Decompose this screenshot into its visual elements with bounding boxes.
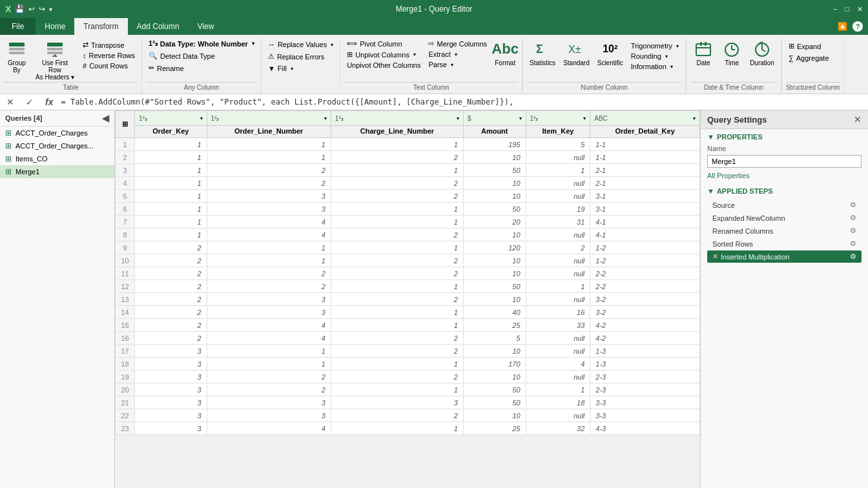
row-number-header[interactable]: ⊞ [116,111,135,138]
minimize-button[interactable]: − [833,5,837,14]
formula-input[interactable] [61,97,865,107]
table-row[interactable]: 412210null2-1 [116,177,700,190]
info-dropdown[interactable]: ▾ [670,64,673,70]
step-expanded-gear[interactable]: ⚙ [850,214,856,222]
duration-button[interactable]: Duration [747,39,777,68]
table-row[interactable]: 2334125324-3 [116,422,700,435]
ribbon-collapse[interactable]: 🔼 [838,22,847,31]
aggregate-button[interactable]: ∑ Aggregate [786,54,832,63]
tab-view[interactable]: View [189,18,223,35]
title-dropdown[interactable]: ▾ [49,6,52,13]
col-header-amount[interactable]: $ ▾ Amount [463,111,526,138]
col-header-charge-line[interactable]: 1²₃ ▾ Charge_Line_Number [331,111,463,138]
time-button[interactable]: Time [719,39,745,68]
reverse-rows-button[interactable]: ↕ Reverse Rows [80,51,138,60]
table-row[interactable]: 513210null3-1 [116,190,700,203]
extract-dropdown[interactable]: ▾ [455,52,457,57]
table-row[interactable]: 1932210null2-3 [116,371,700,383]
step-renamed-gear[interactable]: ⚙ [850,227,856,235]
table-row[interactable]: 714120314-1 [116,216,700,229]
formula-cancel[interactable]: ✕ [3,96,18,108]
data-type-button[interactable]: 1²₃ Data Type: Whole Number ▾ [146,39,257,48]
table-row[interactable]: 1831117041-3 [116,358,700,371]
table-row[interactable]: 1021210null1-2 [116,254,700,267]
scientific-button[interactable]: 10² Scientific [595,39,626,68]
trigonometry-button[interactable]: Trigonometry ▾ [628,41,681,50]
quick-save[interactable]: 💾 [15,5,25,14]
step-inserted-mult[interactable]: ✕ Inserted Multiplication ⚙ [707,250,862,263]
step-sorted[interactable]: Sorted Rows ⚙ [707,238,862,250]
query-item-items-co[interactable]: ⊞ Items_CO [0,152,114,165]
col-header-order-line[interactable]: 1²₃ ▾ Order_Line_Number [207,111,331,138]
unpivot-columns-button[interactable]: ⊞ Unpivot Columns ▾ [344,50,423,59]
charge-line-dropdown[interactable]: ▾ [457,116,459,121]
queries-collapse[interactable]: ◀ [102,113,109,123]
query-item-acct1[interactable]: ⊞ ACCT_Order_Charges [0,127,114,139]
table-row[interactable]: 613150193-1 [116,203,700,216]
order-line-dropdown[interactable]: ▾ [324,116,327,121]
col-header-item-key[interactable]: 1²₃ ▾ Item_Key [526,111,590,138]
step-source-gear[interactable]: ⚙ [850,201,856,209]
tab-file[interactable]: File [0,18,36,35]
information-button[interactable]: Information ▾ [628,62,681,71]
query-item-merge1[interactable]: ⊞ Merge1 [0,165,114,178]
table-row[interactable]: 1423140163-2 [116,306,700,319]
step-source[interactable]: Source ⚙ [707,199,862,211]
close-button[interactable]: ✕ [857,5,863,14]
select-all-button[interactable]: ⊞ [116,111,134,137]
item-key-dropdown[interactable]: ▾ [583,116,586,121]
replace-errors-button[interactable]: ⚠ Replace Errors [265,52,327,61]
rounding-button[interactable]: Rounding ▾ [628,52,681,61]
table-row[interactable]: 814210null4-1 [116,229,700,241]
quick-redo[interactable]: ↪ [39,5,45,14]
table-row[interactable]: 921112021-2 [116,241,700,254]
parse-dropdown[interactable]: ▾ [451,62,453,68]
unpivot-other-button[interactable]: Unpivot Other Columns [344,61,423,70]
table-row[interactable]: 162425null4-2 [116,332,700,345]
grid-wrapper[interactable]: ⊞ 1²₃ ▾ Order_Key [115,110,700,488]
table-row[interactable]: 203215012-3 [116,383,700,396]
pivot-column-button[interactable]: ⟺ Pivot Column [344,39,423,48]
rounding-dropdown[interactable]: ▾ [665,54,668,59]
group-by-button[interactable]: GroupBy [4,39,30,75]
table-row[interactable]: 1524125334-2 [116,319,700,332]
order-detail-dropdown[interactable]: ▾ [693,116,696,121]
quick-undo[interactable]: ↩ [28,5,35,14]
table-row[interactable]: 111119551-1 [116,138,700,151]
trig-dropdown[interactable]: ▾ [676,43,679,49]
table-row[interactable]: 2133350183-3 [116,396,700,409]
table-row[interactable]: 1323210null3-2 [116,293,700,306]
unpivot-dropdown[interactable]: ▾ [413,52,416,57]
order-key-dropdown[interactable]: ▾ [200,116,203,121]
table-row[interactable]: 122215012-2 [116,280,700,293]
rename-button[interactable]: ✏ Rename [146,63,187,73]
tab-transform[interactable]: Transform [74,18,127,35]
settings-close-button[interactable]: ✕ [854,114,862,125]
name-input[interactable] [707,155,862,168]
detect-data-type-button[interactable]: 🔍 Detect Data Type [146,51,218,61]
fill-button[interactable]: ▼ Fill ▾ [265,64,296,73]
step-inserted-gear[interactable]: ⚙ [850,252,856,261]
statistics-button[interactable]: Σ Statistics [527,39,558,68]
merge-columns-button[interactable]: ⇨ Merge Columns [426,39,490,48]
amount-dropdown[interactable]: ▾ [519,116,522,121]
maximize-button[interactable]: □ [845,5,849,14]
data-type-dropdown[interactable]: ▾ [252,41,254,46]
table-row[interactable]: 1731210null1-3 [116,345,700,358]
format-button[interactable]: Abc Format [492,39,518,68]
replace-values-dropdown[interactable]: ▾ [331,42,333,48]
step-sorted-gear[interactable]: ⚙ [850,239,856,248]
standard-button[interactable]: X± Standard [561,39,592,68]
replace-values-button[interactable]: ↔ Replace Values ▾ [265,40,336,49]
query-item-acct2[interactable]: ⊞ ACCT_Order_Charges... [0,139,114,152]
fill-dropdown[interactable]: ▾ [291,66,293,72]
extract-button[interactable]: Extract ▾ [426,50,490,59]
col-header-order-key[interactable]: 1²₃ ▾ Order_Key [135,111,207,138]
tab-home[interactable]: Home [36,18,74,35]
step-expanded[interactable]: Expanded NewColumn ⚙ [707,212,862,224]
transpose-button[interactable]: ⇄ Transpose [80,40,138,50]
col-header-order-detail[interactable]: ABC ▾ Order_Detail_Key [590,111,700,138]
parse-button[interactable]: Parse ▾ [426,60,490,69]
date-button[interactable]: Date [690,39,716,68]
use-first-row-button[interactable]: Use First RowAs Headers ▾ [32,39,78,82]
